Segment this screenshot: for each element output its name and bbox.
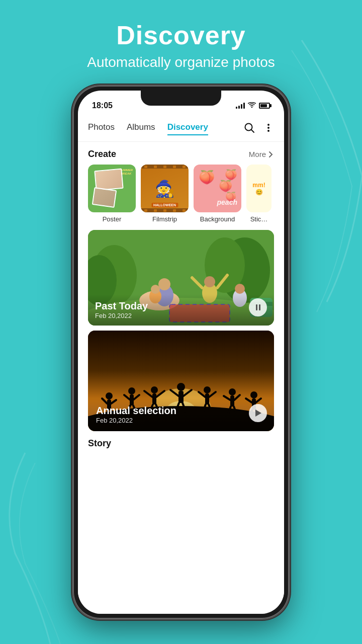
navigation-bar: Photos Albums Discovery: [78, 116, 284, 142]
create-item-filmstrip[interactable]: 🧙 HALLOWEEN Filmstrip: [141, 165, 189, 223]
svg-point-18: [204, 276, 215, 287]
svg-point-3: [267, 124, 269, 126]
past-today-title: Past Today: [95, 300, 267, 312]
create-section-title: Create: [88, 149, 116, 159]
battery-icon: [259, 103, 270, 109]
svg-point-56: [204, 386, 211, 393]
phone-frame: 18:05: [73, 86, 289, 619]
nav-actions: [244, 122, 274, 135]
svg-point-5: [267, 130, 269, 132]
filmstrip-label: Filmstrip: [152, 215, 177, 223]
story-section-label: Story: [78, 431, 284, 452]
sticker-label: Stic…: [250, 215, 268, 223]
annual-selection-date: Feb 20,2022: [96, 417, 266, 424]
background-label: Background: [200, 215, 235, 223]
annual-selection-title: Annual selection: [96, 405, 266, 417]
filmstrip-thumbnail: 🧙 HALLOWEEN: [141, 165, 189, 212]
svg-point-22: [235, 284, 245, 294]
svg-point-44: [151, 386, 158, 393]
signal-icon: [236, 103, 245, 109]
status-time: 18:05: [92, 101, 113, 110]
poster-label: Poster: [103, 215, 122, 223]
poster-thumbnail: SUMMERBREAK: [88, 165, 136, 212]
phone-screen: 18:05: [78, 91, 284, 614]
annual-selection-card[interactable]: Annual selection Feb 20,2022: [88, 331, 274, 431]
svg-point-62: [229, 388, 236, 395]
notch: [141, 91, 221, 106]
svg-point-16: [151, 285, 160, 294]
app-header: Discovery Automatically organize photos: [0, 20, 362, 70]
search-icon[interactable]: [244, 122, 255, 135]
more-options-icon[interactable]: [263, 122, 274, 135]
tab-discovery[interactable]: Discovery: [167, 122, 208, 135]
svg-line-2: [251, 129, 254, 132]
header-title: Discovery: [0, 20, 362, 50]
past-today-pause-button[interactable]: [249, 298, 267, 316]
create-section-header: Create More: [78, 142, 284, 165]
nav-tabs: Photos Albums Discovery: [88, 122, 244, 135]
create-item-background[interactable]: 🍑 🍑 🍑 🍑 peach Background: [194, 165, 241, 223]
annual-selection-play-button[interactable]: [249, 404, 267, 422]
svg-point-50: [177, 383, 185, 391]
more-button[interactable]: More: [249, 150, 274, 158]
sticker-thumbnail: mm!😊: [246, 165, 272, 212]
past-today-date: Feb 20,2022: [95, 312, 267, 319]
create-items-row: SUMMERBREAK Poster: [78, 165, 284, 223]
status-icons: [236, 102, 270, 110]
svg-point-38: [128, 387, 135, 394]
svg-point-14: [158, 278, 170, 290]
create-item-sticker[interactable]: mm!😊 Stic…: [246, 165, 272, 223]
create-item-poster[interactable]: SUMMERBREAK Poster: [88, 165, 136, 223]
header-subtitle: Automatically organize photos: [0, 54, 362, 70]
content-area: Create More SUMMERBREAK: [78, 142, 284, 614]
svg-point-4: [267, 127, 269, 129]
tab-albums[interactable]: Albums: [127, 122, 155, 135]
past-today-card[interactable]: Past Today Feb 20,2022: [88, 230, 274, 326]
background-thumbnail: 🍑 🍑 🍑 🍑 peach: [194, 165, 241, 212]
wifi-icon: [248, 102, 256, 110]
svg-point-68: [250, 391, 257, 398]
tab-photos[interactable]: Photos: [88, 122, 115, 135]
